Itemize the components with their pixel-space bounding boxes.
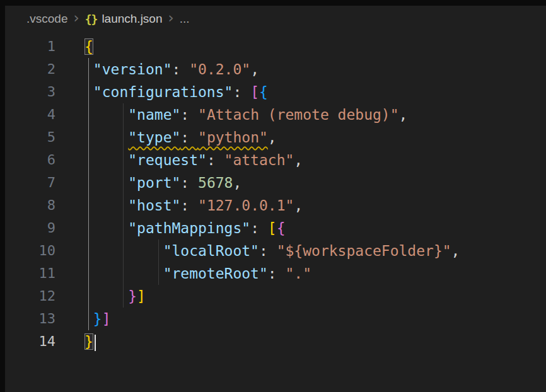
code-token: "name"	[128, 107, 180, 123]
code-token: [	[268, 220, 277, 236]
code-token: "remoteRoot"	[163, 265, 268, 282]
code-content: }	[84, 330, 96, 353]
line-number-2[interactable]: 2	[5, 58, 55, 81]
code-token: {	[277, 220, 286, 236]
code-token: :	[171, 61, 189, 78]
line-number-8[interactable]: 8	[5, 194, 55, 217]
code-editor[interactable]: 1{2 "version": "0.2.0",3 "configurations…	[5, 35, 546, 392]
code-token: :	[233, 84, 250, 100]
code-token: "request"	[128, 152, 207, 168]
line-number-11[interactable]: 11	[5, 262, 55, 285]
json-file-icon: {}	[85, 13, 98, 26]
code-content: "pathMappings": [{	[84, 217, 286, 239]
line-number-7[interactable]: 7	[5, 171, 55, 194]
code-line-6[interactable]: 6 "request": "attach",	[5, 149, 546, 171]
code-line-2[interactable]: 2 "version": "0.2.0",	[5, 58, 546, 81]
code-token: :	[207, 152, 224, 168]
code-content: "port": 5678,	[84, 171, 241, 194]
code-token: "host"	[128, 197, 180, 214]
line-number-5[interactable]: 5	[5, 126, 55, 149]
code-line-14[interactable]: 14}	[5, 330, 546, 353]
line-number-3[interactable]: 3	[5, 81, 55, 103]
breadcrumb-symbol-more[interactable]: ...	[180, 12, 190, 26]
code-line-4[interactable]: 4 "name": "Attach (remote debug)",	[5, 103, 546, 126]
code-token: "${workspaceFolder}"	[277, 243, 451, 259]
code-content: "localRoot": "${workspaceFolder}",	[84, 239, 460, 262]
code-line-13[interactable]: 13 }]	[5, 308, 546, 330]
code-token: }	[128, 288, 137, 304]
code-content: {	[84, 35, 93, 58]
chevron-right-icon: ›	[168, 11, 174, 25]
code-token: "attach"	[224, 152, 294, 168]
code-line-10[interactable]: 10 "localRoot": "${workspaceFolder}",	[5, 239, 546, 262]
code-token: :	[180, 197, 198, 214]
line-number-9[interactable]: 9	[5, 217, 55, 239]
code-token: "127.0.0.1"	[198, 197, 294, 214]
code-token: ]	[102, 311, 111, 327]
matched-bracket: {	[84, 38, 93, 55]
breadcrumb-folder-vscode[interactable]: .vscode	[26, 12, 67, 26]
code-content: "request": "attach",	[84, 149, 303, 171]
code-token: :	[259, 243, 277, 259]
code-token: ]	[137, 288, 146, 304]
window-left-edge	[0, 0, 5, 392]
code-content: }]	[84, 285, 146, 308]
line-number-13[interactable]: 13	[5, 308, 55, 330]
code-content: "configurations": [{	[84, 81, 268, 103]
code-token: ,	[233, 175, 241, 191]
line-number-10[interactable]: 10	[5, 239, 55, 262]
breadcrumb-file-label: launch.json	[102, 12, 162, 26]
code-token: "port"	[128, 175, 180, 191]
code-token: "localRoot"	[163, 243, 259, 259]
code-token: :	[268, 265, 286, 282]
code-token: }	[93, 311, 102, 327]
code-token: ,	[268, 129, 277, 146]
code-token: ,	[399, 107, 408, 123]
code-line-3[interactable]: 3 "configurations": [{	[5, 81, 546, 103]
line-number-4[interactable]: 4	[5, 103, 55, 126]
code-token: "python"	[198, 129, 268, 146]
code-line-5[interactable]: 5 "type": "python",	[5, 126, 546, 149]
code-token: "pathMappings"	[128, 220, 250, 236]
code-token: "Attach (remote debug)"	[198, 107, 399, 123]
chevron-right-icon: ›	[73, 11, 79, 25]
code-lines: 1{2 "version": "0.2.0",3 "configurations…	[5, 35, 546, 353]
code-token: :	[250, 220, 268, 236]
code-token: "."	[286, 265, 312, 282]
line-number-12[interactable]: 12	[5, 285, 55, 308]
code-line-7[interactable]: 7 "port": 5678,	[5, 171, 546, 194]
code-token: ,	[294, 152, 303, 168]
text-cursor	[95, 335, 96, 351]
code-content: "name": "Attach (remote debug)",	[84, 103, 407, 126]
code-token: [	[250, 84, 259, 100]
code-token: ,	[294, 197, 303, 214]
code-token: :	[180, 175, 198, 191]
line-number-6[interactable]: 6	[5, 149, 55, 171]
code-token: ,	[250, 61, 259, 78]
window-top-edge	[0, 0, 546, 6]
code-content: "version": "0.2.0",	[84, 58, 259, 81]
code-token: :	[180, 129, 198, 146]
code-token: 5678	[198, 175, 233, 191]
code-line-9[interactable]: 9 "pathMappings": [{	[5, 217, 546, 239]
line-number-14[interactable]: 14	[5, 330, 55, 353]
code-content: }]	[84, 308, 111, 330]
breadcrumb-file-launch-json[interactable]: {} launch.json	[85, 12, 163, 26]
code-token: "0.2.0"	[189, 61, 250, 78]
code-content: "remoteRoot": "."	[84, 262, 311, 285]
code-content: "host": "127.0.0.1",	[84, 194, 303, 217]
line-number-1[interactable]: 1	[5, 35, 55, 58]
breadcrumb: .vscode › {} launch.json › ...	[26, 9, 190, 29]
matched-bracket: }	[84, 333, 93, 350]
code-token: :	[180, 107, 198, 123]
code-token: "type"	[128, 129, 180, 146]
code-token: "version"	[93, 61, 172, 78]
code-line-8[interactable]: 8 "host": "127.0.0.1",	[5, 194, 546, 217]
code-content: "type": "python",	[84, 126, 277, 149]
code-line-12[interactable]: 12 }]	[5, 285, 546, 308]
code-token: ,	[451, 243, 460, 259]
code-token: "configurations"	[93, 84, 233, 100]
code-line-1[interactable]: 1{	[5, 35, 546, 58]
code-token: {	[259, 84, 268, 100]
code-line-11[interactable]: 11 "remoteRoot": "."	[5, 262, 546, 285]
